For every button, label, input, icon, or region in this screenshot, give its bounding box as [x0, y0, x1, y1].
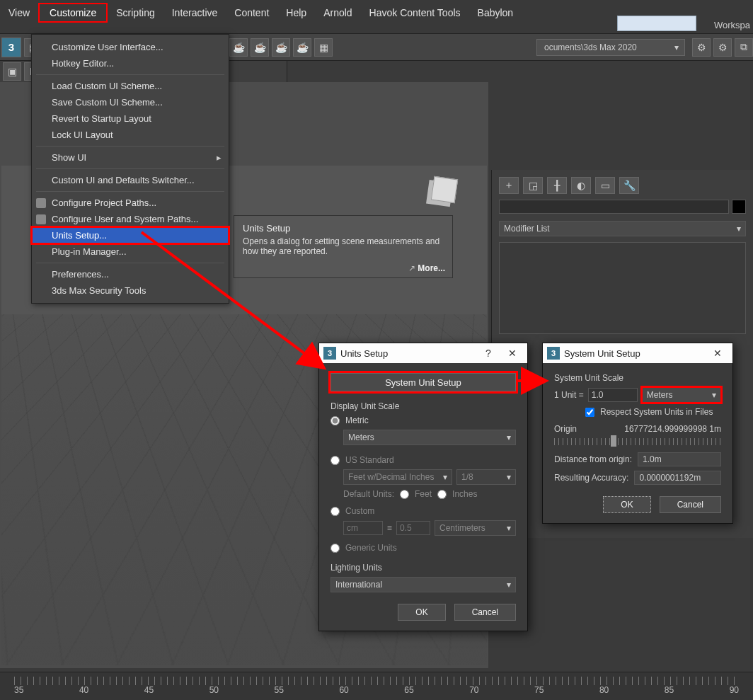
viewcube-cube[interactable]	[431, 176, 458, 203]
generic-label: Generic Units	[345, 543, 397, 553]
generic-radio[interactable]	[330, 544, 340, 553]
teapot-icon-4[interactable]: ☕	[293, 38, 311, 57]
us-standard-label: US Standard	[345, 455, 394, 465]
custom-unit-dropdown: Centimeters	[435, 520, 516, 536]
metric-unit-dropdown[interactable]: Meters	[343, 430, 516, 445]
custom-unit-value: Centimeters	[439, 523, 485, 533]
tick-label: 55	[275, 685, 284, 695]
close-icon[interactable]: ✕	[706, 345, 730, 362]
object-name-field[interactable]	[499, 200, 729, 214]
tick-label: 75	[534, 685, 544, 695]
motion-tab-icon[interactable]: ◐	[571, 177, 591, 194]
create-tab-icon[interactable]: ＋	[499, 177, 519, 194]
lighting-unit-dropdown[interactable]: International	[330, 577, 516, 592]
respect-units-checkbox[interactable]	[585, 408, 594, 417]
system-unit-setup-button[interactable]: System Unit Setup	[330, 373, 516, 391]
menu-help[interactable]: Help	[277, 3, 315, 23]
dd-save-ui[interactable]: Save Custom UI Scheme...	[32, 94, 229, 110]
toolbar-gear-icon[interactable]: ⚙	[692, 38, 711, 57]
custom-radio[interactable]	[330, 507, 340, 516]
dd-preferences[interactable]: Preferences...	[32, 266, 229, 282]
menu-view[interactable]: View	[0, 3, 38, 23]
dd-project-paths[interactable]: Configure Project Paths...	[32, 195, 229, 211]
lighting-unit-value: International	[335, 580, 382, 590]
dd-show-ui[interactable]: Show UI	[32, 149, 229, 166]
distance-value: 1.0m	[638, 452, 721, 466]
menu-arnold[interactable]: Arnold	[315, 3, 360, 23]
dd-customize-ui[interactable]: Customize User Interface...	[32, 39, 229, 55]
units-cancel-button[interactable]: Cancel	[454, 604, 516, 621]
dialog-titlebar[interactable]: 3 System Unit Setup ✕	[543, 343, 732, 363]
help-icon[interactable]: ?	[476, 345, 500, 362]
teapot-icon-1[interactable]: ☕	[229, 38, 248, 57]
folder-icon	[36, 198, 46, 208]
modifier-stack[interactable]	[499, 242, 746, 334]
tick-label: 40	[79, 685, 88, 695]
timeline[interactable]: 35 40 45 50 55 60 65 70 75 80 85 90	[0, 672, 753, 700]
dd-user-system-paths[interactable]: Configure User and System Paths...	[32, 211, 229, 227]
unit-type-dropdown[interactable]: Meters	[642, 387, 721, 403]
units-ok-button[interactable]: OK	[398, 604, 445, 621]
us-frac-dropdown: 1/8	[456, 469, 516, 485]
tooltip-more-link[interactable]: More...	[408, 263, 445, 273]
teapot-icon-2[interactable]: ☕	[251, 38, 269, 57]
menu-havok[interactable]: Havok Content Tools	[361, 3, 469, 23]
viewcube[interactable]	[423, 168, 466, 211]
utilities-tab-icon[interactable]: 🔧	[619, 177, 639, 194]
display-unit-scale-label: Display Unit Scale	[330, 401, 516, 411]
feet-label: Feet	[415, 489, 432, 499]
tick-label: 80	[599, 685, 609, 695]
sys-ok-button[interactable]: OK	[603, 496, 650, 513]
custom-prefix-field	[343, 521, 383, 535]
dd-units-setup[interactable]: Units Setup...	[32, 227, 229, 243]
project-path-dropdown[interactable]: ocuments\3ds Max 2020	[536, 39, 685, 56]
dd-load-ui[interactable]: Load Custom UI Scheme...	[32, 78, 229, 94]
respect-units-label: Respect System Units in Files	[600, 407, 713, 417]
dd-sep	[36, 191, 224, 192]
menu-scripting[interactable]: Scripting	[108, 3, 163, 23]
dd-security-tools[interactable]: 3ds Max Security Tools	[32, 282, 229, 299]
tick-label: 50	[209, 685, 219, 695]
user-icon	[36, 214, 46, 224]
app-icon[interactable]: 3	[1, 38, 21, 57]
dd-defaults-switcher[interactable]: Custom UI and Defaults Switcher...	[32, 172, 229, 188]
workspace-label[interactable]: Workspa	[714, 20, 750, 30]
tick-label: 85	[665, 685, 674, 695]
toolbar-copy-icon[interactable]: ⧉	[735, 38, 753, 57]
teapot-icon-3[interactable]: ☕	[272, 38, 290, 57]
dialog-titlebar[interactable]: 3 Units Setup ? ✕	[319, 343, 527, 363]
dd-sep	[36, 146, 224, 147]
us-frac-value: 1/8	[461, 472, 473, 482]
menu-customize[interactable]: Customize	[38, 3, 108, 23]
equals-label: =	[387, 523, 392, 533]
metric-radio[interactable]	[330, 416, 340, 425]
display-tab-icon[interactable]: ▭	[595, 177, 615, 194]
origin-slider[interactable]	[554, 438, 721, 445]
menu-content[interactable]: Content	[226, 3, 277, 23]
dd-lock-layout[interactable]: Lock UI Layout	[32, 127, 229, 143]
toolbar-btn-grid[interactable]: ▦	[314, 38, 333, 57]
object-color-swatch[interactable]	[732, 200, 746, 214]
user-badge[interactable]	[617, 16, 696, 31]
dd-label: Configure Project Paths...	[52, 197, 156, 208]
menu-interactive[interactable]: Interactive	[163, 3, 226, 23]
system-unit-scale-label: System Unit Scale	[554, 373, 721, 383]
modifier-list-dropdown[interactable]: Modifier List	[499, 221, 746, 236]
dd-revert-layout[interactable]: Revert to Startup Layout	[32, 110, 229, 127]
close-icon[interactable]: ✕	[500, 345, 524, 362]
toolbar-gear2-icon[interactable]: ⚙	[713, 38, 732, 57]
modify-tab-icon[interactable]: ◲	[523, 177, 543, 194]
us-standard-radio[interactable]	[330, 456, 340, 465]
tooltip-body: Opens a dialog for setting scene measure…	[243, 236, 444, 256]
sec-btn-1[interactable]: ▣	[3, 62, 21, 81]
dd-plugin-manager[interactable]: Plug-in Manager...	[32, 243, 229, 260]
unit-value-field[interactable]	[588, 388, 638, 402]
sys-cancel-button[interactable]: Cancel	[660, 496, 721, 513]
dd-hotkey-editor[interactable]: Hotkey Editor...	[32, 55, 229, 71]
slider-thumb[interactable]	[611, 435, 616, 447]
origin-value: 16777214.999999998 1m	[624, 424, 721, 434]
hierarchy-tab-icon[interactable]: ╂	[547, 177, 567, 194]
distance-label: Distance from origin:	[554, 454, 632, 464]
tick-label: 65	[404, 685, 413, 695]
menu-babylon[interactable]: Babylon	[469, 3, 522, 23]
